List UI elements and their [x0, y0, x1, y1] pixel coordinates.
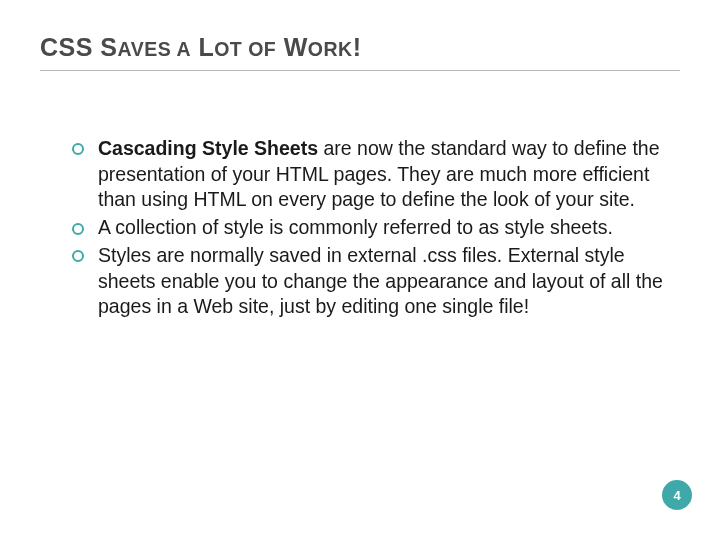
title-divider	[40, 70, 680, 71]
title-word: A	[171, 38, 191, 60]
list-item: A collection of style is commonly referr…	[68, 215, 664, 241]
bullet-list: Cascading Style Sheets are now the stand…	[68, 136, 664, 320]
title-word: OT	[214, 38, 242, 60]
list-item: Cascading Style Sheets are now the stand…	[68, 136, 664, 213]
page-number: 4	[673, 488, 680, 503]
page-number-badge: 4	[662, 480, 692, 510]
title-block: CSS SAVES A LOT OF WORK!	[40, 34, 680, 71]
slide-body: Cascading Style Sheets are now the stand…	[68, 136, 664, 322]
bullet-text: Styles are normally saved in external .c…	[98, 244, 663, 317]
bullet-text: A collection of style is commonly referr…	[98, 216, 613, 238]
title-word: OF	[242, 38, 276, 60]
list-item: Styles are normally saved in external .c…	[68, 243, 664, 320]
title-word: !	[353, 33, 362, 61]
title-word: CSS	[40, 33, 93, 61]
slide-title: CSS SAVES A LOT OF WORK!	[40, 34, 680, 62]
title-word: ORK	[308, 38, 353, 60]
title-word: L	[191, 33, 214, 61]
title-word: S	[93, 33, 118, 61]
slide: CSS SAVES A LOT OF WORK! Cascading Style…	[8, 8, 712, 532]
bullet-lead: Cascading Style Sheets	[98, 137, 318, 159]
title-word: AVES	[118, 38, 172, 60]
title-word: W	[276, 33, 308, 61]
